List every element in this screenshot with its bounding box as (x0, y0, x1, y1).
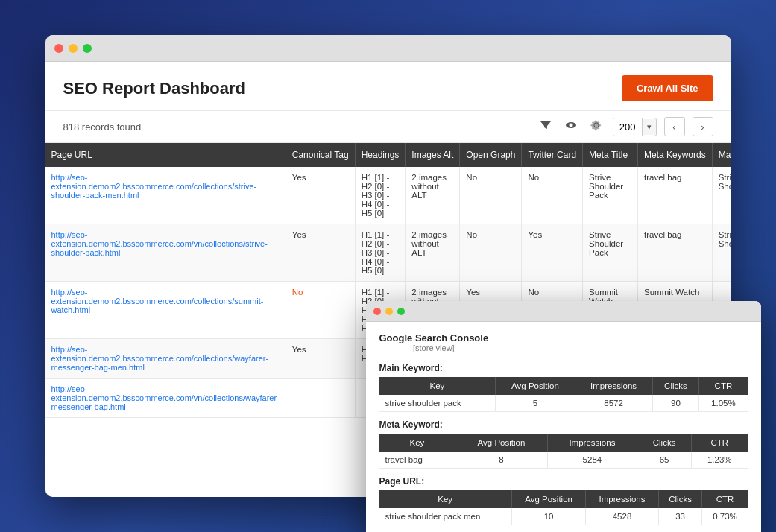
main-window: SEO Report Dashboard Crawl All Site 818 … (45, 35, 731, 497)
cell-meta-keywords: travel bag (637, 167, 712, 224)
page-url-table: Key Avg Position Impressions Clicks CTR … (379, 490, 748, 525)
toolbar-right: 200 ▾ ‹ › (537, 117, 713, 136)
metk-col-ctr: CTR (691, 434, 747, 452)
meta-keyword-label: Meta Keyword: (379, 419, 748, 430)
cell-headings: H1 [1] - H2 [0] - H3 [0] - H4 [0] - H5 [… (355, 167, 406, 224)
data-cell: 10 (511, 508, 585, 525)
main-keyword-label: Main Keyword: (379, 363, 748, 373)
data-row: travel bag85284651.23% (379, 452, 748, 469)
minimize-icon[interactable] (69, 44, 78, 53)
popup-titlebar (366, 301, 761, 322)
data-row: strive shoulder pack men104528330.73% (379, 508, 748, 525)
table-row: http://seo-extension.demom2.bsscommerce.… (45, 224, 731, 282)
cell-meta-title: Strive Shoulder Pack (583, 167, 638, 224)
metk-col-avg-pos: Avg Position (455, 434, 547, 452)
metk-col-clicks: Clicks (637, 434, 692, 452)
cell-open-graph: No (460, 224, 522, 282)
cell-canonical: No (286, 282, 355, 339)
popup-window: Google Search Console [store view] Main … (366, 301, 761, 532)
mk-col-key: Key (379, 377, 496, 395)
metk-header-row: Key Avg Position Impressions Clicks CTR (379, 434, 748, 452)
table-header-row: Page URL Canonical Tag Headings Images A… (45, 143, 731, 167)
prev-page-button[interactable]: ‹ (664, 117, 685, 136)
per-page-select[interactable]: 200 ▾ (613, 118, 657, 136)
cell-twitter-card: Yes (522, 224, 583, 282)
toolbar: 818 records found 200 ▾ ‹ › (45, 111, 731, 143)
data-cell: 65 (637, 452, 692, 469)
pu-col-impressions: Impressions (586, 490, 658, 508)
col-images-alt: Images Alt (406, 143, 460, 167)
filter-button[interactable] (537, 118, 555, 136)
pu-col-clicks: Clicks (658, 490, 702, 508)
cell-url: http://seo-extension.demom2.bsscommerce.… (45, 379, 286, 418)
cell-open-graph: No (460, 167, 522, 224)
data-cell: 1.05% (699, 395, 748, 412)
dashboard-header: SEO Report Dashboard Crawl All Site (45, 62, 731, 111)
mk-col-avg-pos: Avg Position (496, 377, 575, 395)
mk-col-impressions: Impressions (575, 377, 652, 395)
data-cell: 1.23% (691, 452, 747, 469)
mk-col-ctr: CTR (699, 377, 748, 395)
eye-button[interactable] (562, 118, 580, 136)
svg-point-1 (569, 124, 572, 127)
data-cell: 4528 (586, 508, 658, 525)
close-icon[interactable] (54, 44, 63, 53)
main-keyword-table: Key Avg Position Impressions Clicks CTR … (379, 377, 748, 412)
pu-header-row: Key Avg Position Impressions Clicks CTR (379, 490, 748, 508)
mk-col-clicks: Clicks (652, 377, 699, 395)
popup-content: Google Search Console [store view] Main … (366, 322, 761, 532)
meta-keyword-table: Key Avg Position Impressions Clicks CTR … (379, 434, 748, 469)
maximize-icon[interactable] (83, 44, 92, 53)
cell-meta-title: Strive Shoulder Pack (583, 224, 638, 282)
crawl-all-button[interactable]: Crawl All Site (622, 75, 713, 101)
table-row: http://seo-extension.demom2.bsscommerce.… (45, 167, 731, 224)
next-page-button[interactable]: › (693, 117, 713, 136)
cell-headings: H1 [1] - H2 [0] - H3 [0] - H4 [0] - H5 [… (355, 224, 406, 282)
cell-url: http://seo-extension.demom2.bsscommerce.… (45, 167, 286, 224)
cell-url: http://seo-extension.demom2.bsscommerce.… (45, 224, 286, 282)
cell-canonical (286, 379, 355, 418)
cell-images-alt: 2 images without ALT (406, 167, 460, 224)
pu-col-key: Key (379, 490, 512, 508)
pu-col-avg-pos: Avg Position (511, 490, 585, 508)
pu-col-ctr: CTR (702, 490, 748, 508)
cell-canonical: Yes (286, 224, 355, 282)
metk-col-impressions: Impressions (547, 434, 637, 452)
mk-header-row: Key Avg Position Impressions Clicks CTR (379, 377, 748, 395)
records-count: 818 records found (63, 121, 142, 133)
cell-url: http://seo-extension.demom2.bsscommerce.… (45, 339, 286, 379)
cell-main-keyword: Strive Shoulder Pack (712, 224, 731, 282)
popup-maximize-icon[interactable] (397, 308, 405, 315)
data-row: strive shoulder pack58572901.05% (379, 395, 748, 412)
popup-close-icon[interactable] (373, 308, 381, 315)
cell-images-alt: 2 images without ALT (406, 224, 460, 282)
col-meta-title: Meta Title (583, 143, 638, 167)
data-cell: 8 (455, 452, 547, 469)
main-titlebar (45, 35, 731, 62)
cell-main-keyword: Strive Shoulder Pack (712, 167, 731, 224)
page-title: SEO Report Dashboard (63, 79, 245, 98)
per-page-dropdown[interactable]: ▾ (643, 119, 656, 135)
metk-col-key: Key (379, 434, 455, 452)
cell-meta-keywords: travel bag (637, 224, 712, 282)
cell-canonical: Yes (286, 339, 355, 379)
data-cell: 33 (658, 508, 702, 525)
data-cell: travel bag (379, 452, 455, 469)
col-canonical: Canonical Tag (286, 143, 355, 167)
data-cell: 0.73% (702, 508, 748, 525)
cell-twitter-card: No (522, 167, 583, 224)
popup-header: Google Search Console [store view] (379, 332, 748, 352)
page-url-label: Page URL: (379, 476, 748, 487)
data-cell: 5284 (547, 452, 637, 469)
settings-button[interactable] (587, 118, 605, 136)
col-headings: Headings (355, 143, 406, 167)
data-cell: strive shoulder pack men (379, 508, 512, 525)
data-cell: 90 (652, 395, 699, 412)
data-cell: 5 (496, 395, 575, 412)
popup-store-sub: [store view] (379, 343, 489, 352)
cell-canonical: Yes (286, 167, 355, 224)
col-open-graph: Open Graph (460, 143, 522, 167)
cell-url: http://seo-extension.demom2.bsscommerce.… (45, 282, 286, 339)
popup-minimize-icon[interactable] (385, 308, 393, 315)
per-page-value: 200 (613, 118, 643, 136)
